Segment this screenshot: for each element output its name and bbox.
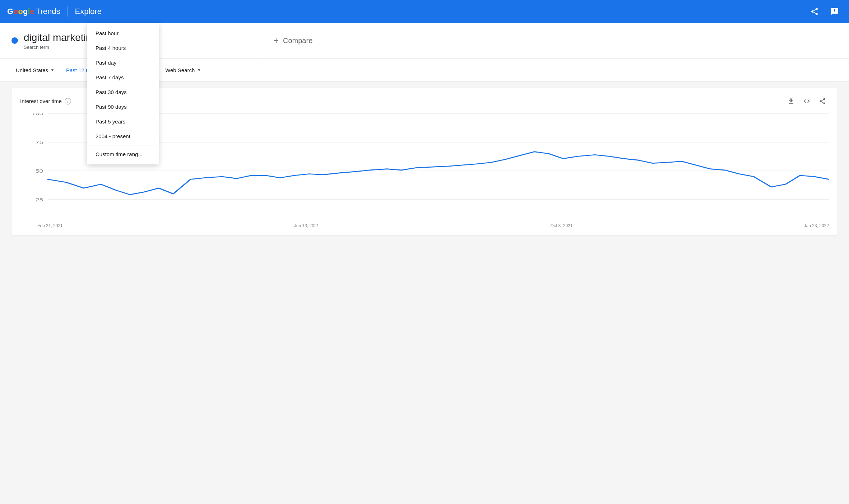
app-header: Google Trends Explore [0,0,849,23]
chart-title: Interest over time i [20,98,71,104]
feedback-icon-button[interactable] [827,4,842,19]
dropdown-item-past-5-years[interactable]: Past 5 years [87,114,159,129]
dropdown-item-past-30-days[interactable]: Past 30 days [87,85,159,99]
chart-actions [784,95,829,108]
google-logo: Google Trends [7,7,60,16]
share-chart-icon [819,98,826,105]
header-left: Google Trends Explore [7,6,102,17]
svg-text:25: 25 [36,197,43,202]
compare-plus-icon: + [274,36,279,46]
share-icon-button[interactable] [807,4,822,19]
chart-title-text: Interest over time [20,98,62,104]
compare-box[interactable]: + Compare [262,23,849,59]
search-type-arrow-icon: ▼ [197,67,201,73]
x-label-1: Feb 21, 2021 [37,223,63,228]
explore-text: Explore [75,7,102,16]
search-term-name: digital marketing [24,32,97,44]
svg-text:50: 50 [36,168,43,173]
feedback-icon [830,7,839,16]
search-term-type: Search term [24,45,97,50]
share-icon [810,7,819,16]
compare-label: Compare [283,37,312,45]
search-type-label: Web Search [165,67,195,73]
location-arrow-icon: ▼ [50,67,55,73]
term-indicator-dot [11,37,18,44]
download-button[interactable] [784,95,797,108]
download-icon [787,98,794,105]
share-chart-button[interactable] [816,95,829,108]
header-divider [68,6,68,17]
dropdown-item-past-day[interactable]: Past day [87,55,159,70]
dropdown-item-past-7-days[interactable]: Past 7 days [87,70,159,85]
embed-icon [803,98,810,105]
dropdown-item-custom[interactable]: Custom time rang... [87,147,159,162]
location-label: United States [16,67,48,73]
dropdown-item-past-4-hours[interactable]: Past 4 hours [87,41,159,55]
svg-text:75: 75 [36,140,43,145]
header-right [807,4,842,19]
x-label-2: Jun 13, 2021 [294,223,319,228]
x-label-4: Jan 23, 2022 [804,223,829,228]
embed-button[interactable] [800,95,813,108]
info-icon[interactable]: i [65,98,71,104]
dropdown-divider [87,145,159,145]
trends-text: Trends [36,7,60,16]
search-term-info: digital marketing Search term [24,32,97,50]
dropdown-item-2004-present[interactable]: 2004 - present [87,129,159,144]
dropdown-item-past-90-days[interactable]: Past 90 days [87,99,159,114]
google-g-letter: Google [7,7,34,16]
dropdown-item-past-hour[interactable]: Past hour [87,26,159,41]
x-axis-labels: Feb 21, 2021 Jun 13, 2021 Oct 3, 2021 Ja… [37,223,829,228]
location-filter[interactable]: United States ▼ [11,64,59,76]
time-range-dropdown: Past hour Past 4 hours Past day Past 7 d… [87,23,159,164]
x-label-3: Oct 3, 2021 [550,223,572,228]
svg-text:100: 100 [32,113,43,116]
search-type-filter[interactable]: Web Search ▼ [161,64,205,76]
